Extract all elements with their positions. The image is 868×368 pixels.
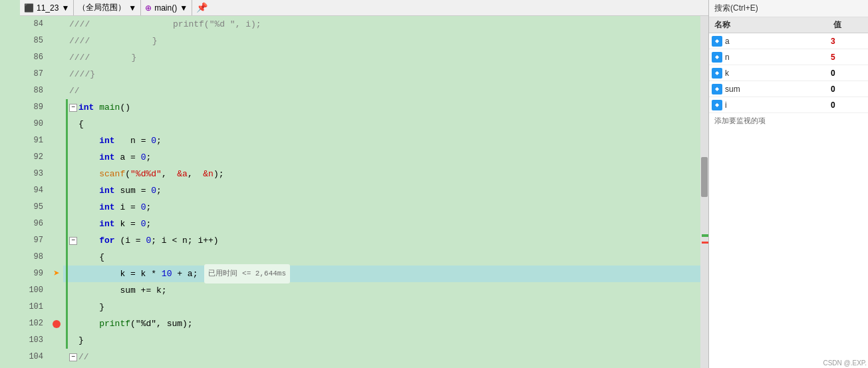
code-text: } [78, 299, 104, 315]
toolbar-scope[interactable]: （全局范围） ▼ [74, 0, 141, 15]
watch-header: 名称 值 [709, 17, 868, 33]
line-number: 84 [20, 16, 47, 33]
code-text: scanf("%d%d", &a, &n); [78, 166, 224, 182]
fold-bar [66, 216, 68, 232]
pin-button[interactable]: 📌 [192, 2, 212, 13]
line-number: 88 [20, 83, 47, 99]
line-number: 91 [20, 132, 47, 149]
collapse-marker[interactable]: − [69, 353, 77, 361]
collapse-marker[interactable]: − [69, 237, 77, 245]
watch-row[interactable]: a 3 [709, 33, 868, 49]
fold-bar [66, 232, 68, 249]
code-text: //// } [69, 49, 136, 66]
code-line: k = k * 10 + a;已用时间 <= 2,644ms [63, 266, 700, 282]
watch-rows: a 3 n 5 k 0 sum 0 i 0 [709, 33, 868, 113]
watch-icon [712, 52, 722, 63]
gutter-line: ➤ [50, 266, 63, 282]
editor-area: 8485868788899091929394959697989910010110… [20, 16, 708, 368]
code-line: scanf("%d%d", &a, &n); [63, 166, 700, 182]
fold-bar [66, 116, 68, 132]
line-number: 98 [20, 249, 47, 266]
scrollbar-marker-green [702, 234, 708, 237]
line-number: 97 [20, 232, 47, 249]
code-line: //// printf("%d ", i); [63, 16, 700, 33]
gutter-line [50, 282, 63, 299]
watch-row[interactable]: k 0 [709, 65, 868, 81]
watch-row[interactable]: i 0 [709, 97, 868, 113]
gutter-line [50, 149, 63, 166]
toolbar-location[interactable]: ⬛ 11_23 ▼ [20, 0, 74, 15]
watch-row[interactable]: n 5 [709, 49, 868, 65]
scrollbar-thumb[interactable] [701, 157, 708, 197]
function-dropdown-icon[interactable]: ▼ [180, 3, 188, 13]
right-panel: 搜索(Ctrl+E) 名称 值 a 3 n 5 k 0 sum 0 i 0 添加… [708, 0, 868, 368]
code-line: { [63, 249, 700, 266]
function-label: main() [154, 3, 177, 13]
fold-bar [66, 99, 68, 116]
code-line: int sum = 0; [63, 182, 700, 199]
code-text: // [69, 83, 80, 99]
fold-bar [66, 149, 68, 166]
gutter-line [50, 16, 63, 33]
watch-add-hint: 添加要监视的项 [709, 113, 868, 128]
line-number: 102 [20, 315, 47, 332]
watch-var-name: sum [725, 85, 828, 94]
watch-header-value: 值 [828, 17, 868, 33]
line-number: 96 [20, 216, 47, 232]
watch-var-value: 3 [828, 37, 868, 46]
code-text: int main() [78, 99, 130, 116]
location-label: 11_23 [37, 3, 59, 13]
line-number: 93 [20, 166, 47, 182]
gutter-line [50, 315, 63, 332]
code-line: { [63, 116, 700, 132]
code-area[interactable]: //// printf("%d ", i);//// }//// }////}/… [63, 16, 700, 368]
watch-var-name: n [725, 53, 828, 62]
watch-row[interactable]: sum 0 [709, 81, 868, 97]
watermark: CSDN @.EXP. [823, 359, 867, 367]
line-number: 87 [20, 66, 47, 83]
line-number: 94 [20, 182, 47, 199]
gutter-line [50, 216, 63, 232]
debug-arrow-icon: ➤ [53, 269, 60, 279]
toolbar: ⬛ 11_23 ▼ （全局范围） ▼ ⊕ main() ▼ 📌 [20, 0, 708, 16]
fold-bar [66, 266, 68, 282]
fold-bar [66, 249, 68, 266]
gutter-line [50, 66, 63, 83]
code-text: //// printf("%d ", i); [69, 16, 261, 33]
code-text: int a = 0; [78, 149, 151, 166]
code-line: } [63, 332, 700, 349]
watch-var-name: a [725, 37, 828, 46]
fold-bar [66, 315, 68, 332]
location-dropdown-icon[interactable]: ▼ [61, 3, 69, 13]
gutter-line [50, 199, 63, 216]
fold-bar [66, 332, 68, 349]
gutter-line [50, 299, 63, 315]
code-text: { [78, 116, 84, 132]
line-number: 100 [20, 282, 47, 299]
search-bar[interactable]: 搜索(Ctrl+E) [709, 0, 868, 17]
fold-bar [66, 166, 68, 182]
line-number: 95 [20, 199, 47, 216]
code-text: printf("%d", sum); [78, 315, 193, 332]
scope-dropdown-icon[interactable]: ▼ [128, 3, 136, 13]
line-numbers: 8485868788899091929394959697989910010110… [20, 16, 50, 368]
gutter-line [50, 332, 63, 349]
location-icon: ⬛ [24, 3, 34, 13]
code-text: { [78, 249, 104, 266]
collapse-marker[interactable]: − [69, 104, 77, 112]
gutter-line [50, 99, 63, 116]
code-text: } [78, 332, 84, 349]
code-line: ////} [63, 66, 700, 83]
line-number: 101 [20, 299, 47, 315]
line-number: 86 [20, 49, 47, 66]
fold-bar [66, 299, 68, 315]
watch-var-value: 0 [828, 100, 868, 110]
line-number: 99 [20, 266, 47, 282]
toolbar-function[interactable]: ⊕ main() ▼ [141, 0, 192, 15]
scrollbar[interactable] [700, 16, 708, 368]
watch-var-name: k [725, 69, 828, 78]
code-text: //// } [69, 33, 158, 49]
watch-var-name: i [725, 100, 828, 110]
line-number: 89 [20, 99, 47, 116]
code-line: sum += k; [63, 282, 700, 299]
